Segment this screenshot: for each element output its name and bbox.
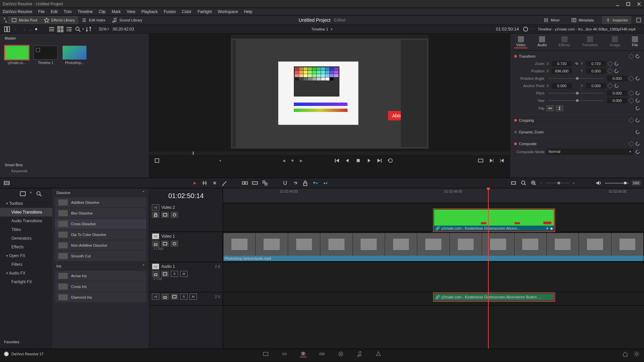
- zoom-out-icon[interactable]: −: [540, 181, 542, 185]
- fx-audiofx[interactable]: Audio FX: [0, 269, 52, 278]
- prev-marker-icon[interactable]: ◀: [281, 158, 287, 164]
- page-fusion-icon[interactable]: [319, 351, 325, 357]
- a2-lock-button[interactable]: [161, 294, 169, 300]
- flip-h-button[interactable]: [546, 105, 554, 111]
- track-area[interactable]: 🔗 y2mate.com - Kostenlose Greenscreen Ab…: [223, 203, 644, 349]
- fx-filters[interactable]: Filters: [0, 260, 52, 269]
- sort-icon[interactable]: [85, 26, 92, 33]
- menu-fusion[interactable]: Fusion: [164, 9, 176, 14]
- chevron-right-icon[interactable]: ›: [21, 26, 28, 33]
- menu-view[interactable]: View: [127, 9, 136, 14]
- prev-edit-icon[interactable]: [499, 158, 505, 164]
- snap-icon[interactable]: [282, 180, 288, 186]
- page-color-icon[interactable]: [337, 351, 344, 357]
- track-header-v2[interactable]: V2 Video 2: [149, 203, 223, 232]
- more-icon[interactable]: ⋯: [93, 27, 97, 31]
- go-start-icon[interactable]: [334, 158, 340, 164]
- v2-auto-select-button[interactable]: [161, 212, 169, 218]
- v1-dest-button[interactable]: V1: [152, 233, 159, 239]
- clip-a2[interactable]: 🔗 y2mate.com - Kostenlose Greenscreen Ab…: [434, 293, 554, 301]
- pitch-slider[interactable]: [548, 93, 603, 94]
- viewer-scrubber[interactable]: [149, 152, 510, 155]
- timeline-name-display[interactable]: Timeline 1 ▾: [311, 26, 333, 32]
- transform-header[interactable]: Transform: [514, 53, 640, 60]
- fx-generators[interactable]: Generators: [0, 234, 52, 243]
- step-back-icon[interactable]: [344, 158, 351, 164]
- a1-solo-button[interactable]: S: [171, 271, 178, 277]
- settings-icon[interactable]: [633, 351, 640, 357]
- menu-timeline[interactable]: Timeline: [77, 9, 93, 14]
- page-fairlight-icon[interactable]: [356, 351, 363, 357]
- dynamic-zoom-reset-icon[interactable]: [635, 130, 640, 134]
- rotation-reset-icon[interactable]: [635, 76, 640, 81]
- a2-dest-button[interactable]: A2: [152, 294, 159, 300]
- fx-arrow-iris[interactable]: Arrow Iris: [55, 271, 146, 281]
- timeline-ruler[interactable]: 01:02:40:00 01:02:48:00 01:02:56:00: [223, 188, 644, 203]
- anchor-reset-icon[interactable]: [614, 83, 619, 88]
- zoom-y-input[interactable]: [586, 61, 606, 66]
- overlay-chevron-icon[interactable]: ▾: [219, 159, 221, 163]
- fx-chevron-icon[interactable]: ▾: [30, 190, 32, 197]
- position-y-input[interactable]: [586, 68, 606, 74]
- playhead-line[interactable]: [488, 188, 489, 349]
- fx-toolbox[interactable]: Toolbox: [0, 199, 52, 208]
- clip-v2[interactable]: 🔗 y2mate.com - Kostenlose Greenscreen Ab…: [434, 209, 554, 231]
- dynamic-zoom-header[interactable]: Dynamic Zoom: [514, 128, 640, 136]
- menu-help[interactable]: Help: [244, 9, 252, 14]
- viewer-canvas[interactable]: Abonnieren: [231, 35, 429, 149]
- link-selection-icon[interactable]: [292, 180, 299, 186]
- composite-header[interactable]: Composite: [514, 140, 640, 147]
- menu-playback[interactable]: Playback: [141, 9, 158, 14]
- media-pool-toggle[interactable]: Media Pool: [8, 16, 41, 24]
- anchor-x-input[interactable]: [552, 83, 572, 88]
- fx-smooth-cut[interactable]: Smooth Cut: [55, 251, 146, 261]
- trim-tool-icon[interactable]: [201, 180, 208, 186]
- chevron-down-icon[interactable]: ▾: [82, 27, 84, 31]
- menu-davinci[interactable]: DaVinci Resolve: [3, 9, 32, 14]
- yaw-kf-icon[interactable]: [629, 98, 634, 104]
- cropping-enable-icon[interactable]: [514, 119, 517, 122]
- go-end-icon[interactable]: [377, 158, 383, 164]
- zoom-kf-icon[interactable]: [607, 61, 613, 67]
- cropping-kf-icon[interactable]: [629, 118, 634, 123]
- v1-disable-button[interactable]: [171, 241, 178, 247]
- a1-mute-button[interactable]: M: [180, 271, 187, 277]
- a1-auto-select-button[interactable]: [161, 271, 169, 277]
- menu-clip[interactable]: Clip: [99, 9, 106, 14]
- fx-more-icon[interactable]: ⋯: [46, 190, 50, 197]
- v2-dest-button[interactable]: V2: [152, 204, 159, 210]
- fx-cross-iris[interactable]: Cross Iris: [55, 282, 146, 292]
- rotation-slider[interactable]: [548, 78, 603, 79]
- composite-mode-select[interactable]: Normal ▾: [546, 148, 633, 155]
- play-icon[interactable]: [366, 158, 372, 164]
- a1-dest-button[interactable]: A1: [152, 263, 159, 269]
- minimize-icon[interactable]: [615, 2, 620, 6]
- position-reset-icon[interactable]: [614, 69, 619, 73]
- composite-kf-icon[interactable]: [629, 141, 634, 147]
- zoom-chevron-icon[interactable]: ▾: [107, 27, 109, 31]
- v2-lock-button[interactable]: [152, 212, 159, 218]
- composite-mode-reset-icon[interactable]: [635, 149, 640, 154]
- cropping-reset-icon[interactable]: [635, 118, 640, 123]
- transform-keyframe-icon[interactable]: [629, 54, 634, 59]
- dynamic-trim-icon[interactable]: [211, 180, 218, 186]
- menu-trim[interactable]: Trim: [64, 9, 72, 14]
- tab-file[interactable]: File: [630, 36, 640, 48]
- position-kf-icon[interactable]: [607, 68, 613, 74]
- home-icon[interactable]: [622, 351, 629, 357]
- yaw-input[interactable]: [607, 98, 627, 103]
- dim-button[interactable]: DIM: [632, 181, 641, 185]
- bypass-icon[interactable]: [522, 26, 529, 33]
- tab-audio[interactable]: Audio: [535, 36, 549, 48]
- fx-fairlightfx[interactable]: Fairlight FX: [0, 278, 52, 286]
- fx-non-additive[interactable]: Non-Additive Dissolve: [55, 240, 146, 250]
- strip-view-icon[interactable]: [66, 26, 72, 33]
- next-marker-icon[interactable]: ▶: [298, 158, 304, 164]
- fullscreen-icon[interactable]: [636, 17, 641, 23]
- dynamic-zoom-enable-icon[interactable]: [514, 131, 517, 133]
- expand-icon[interactable]: [3, 17, 8, 23]
- fx-diamond-iris[interactable]: Diamond Iris: [55, 292, 146, 302]
- yaw-slider[interactable]: [548, 100, 603, 101]
- rotation-input[interactable]: [607, 76, 627, 81]
- thumb-view-icon[interactable]: [57, 26, 64, 33]
